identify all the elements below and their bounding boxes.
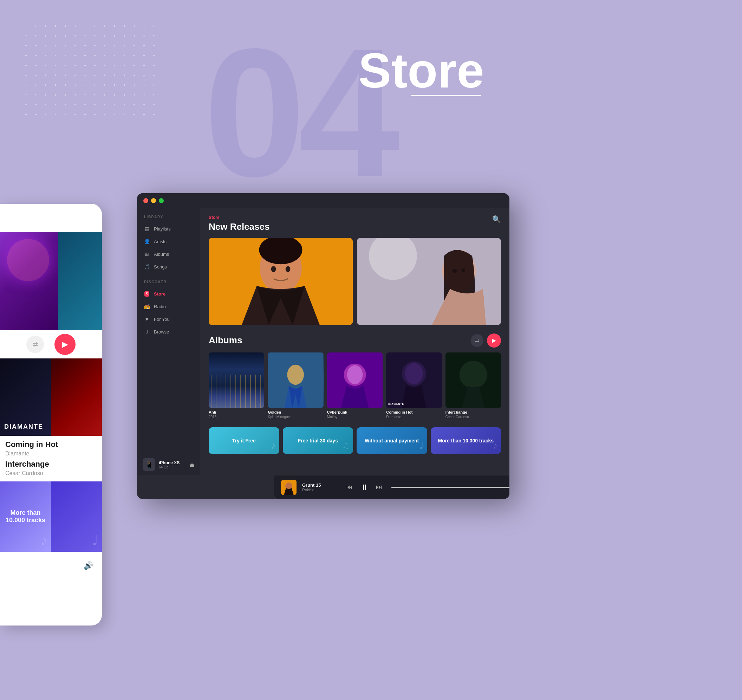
store-section-label: Store xyxy=(209,215,501,220)
main-content: Store New Releases 🔍 xyxy=(200,208,509,475)
mobile-promo-btn-2[interactable]: ♩ xyxy=(51,482,102,552)
album-art-diamante: DIAMANTE xyxy=(386,352,442,408)
promo-button-no-payment[interactable]: Without anual payment ♩ xyxy=(356,427,427,454)
mobile-small-album-1[interactable]: DIAMANTE xyxy=(0,358,51,436)
player-pause-button[interactable]: ⏸ xyxy=(358,482,370,494)
promo-label-try-free: Try it Free xyxy=(232,438,256,444)
sidebar-item-browse[interactable]: ♩ Browse xyxy=(137,326,200,338)
music-note-promo-3: ♩ xyxy=(419,440,424,451)
prev-button[interactable]: ⏮ xyxy=(346,483,353,491)
album-sub-golden: Kylie Minogue xyxy=(268,415,323,419)
radio-icon: 📻 xyxy=(144,304,150,309)
browse-icon: ♩ xyxy=(144,329,150,335)
sidebar-label-radio: Radio xyxy=(154,304,166,309)
search-button[interactable]: 🔍 xyxy=(492,215,501,224)
album-name-interchange: Interchange xyxy=(446,410,501,414)
music-note-promo-2: ♫ xyxy=(342,440,350,451)
mobile-track-title-2: Interchange xyxy=(5,460,97,469)
mobile-album-secondary[interactable] xyxy=(58,232,102,330)
player-album-art xyxy=(281,480,296,495)
album-sub-anti: 2016 xyxy=(209,415,264,419)
mobile-track-artist-1: Diamante xyxy=(5,451,97,457)
album-sub-interchange: Cesar Cardoso xyxy=(446,415,501,419)
next-button[interactable]: ⏭ xyxy=(376,483,382,491)
album-card-cyberpunk[interactable]: Cyberpunk Mutiny xyxy=(327,352,383,419)
album-card-interchange[interactable]: Interchange Cesar Cardoso xyxy=(446,352,501,419)
shuffle-button[interactable]: ⇄ xyxy=(26,336,44,353)
mobile-promo-section: More than 10.000 tracks ♪ ♩ xyxy=(0,482,102,552)
mobile-track-title-1: Coming in Hot xyxy=(5,440,97,449)
new-releases-title: New Releases xyxy=(209,221,501,232)
mobile-small-albums: DIAMANTE xyxy=(0,358,102,436)
player-controls: ⏮ ⏸ ⏭ xyxy=(346,482,382,494)
album-sub-diamante: Diamante xyxy=(386,415,442,419)
album-art-anti xyxy=(209,352,264,408)
hero-image-ariana[interactable] xyxy=(357,238,501,325)
device-name: iPhone XS xyxy=(159,460,180,465)
promo-button-try-free[interactable]: Try it Free ♪ xyxy=(209,427,279,454)
sidebar-item-radio[interactable]: 📻 Radio xyxy=(137,300,200,313)
mobile-album-art-abstract xyxy=(0,232,58,330)
new-releases-hero xyxy=(209,238,501,325)
mobile-mockup: ⇄ ▶ DIAMANTE Coming in Hot Diamante Inte… xyxy=(0,204,102,625)
svg-point-20 xyxy=(459,361,487,388)
album-card-golden[interactable]: Golden Kylie Minogue xyxy=(268,352,323,419)
sidebar-item-store[interactable]: S Store xyxy=(137,287,200,300)
albums-play-button[interactable]: ▶ xyxy=(487,333,501,348)
album-name-cyberpunk: Cyberpunk xyxy=(327,410,383,414)
promo-button-free-trial[interactable]: Free trial 30 days ♫ xyxy=(283,427,353,454)
mobile-top-bar xyxy=(0,204,102,232)
mobile-hero-albums xyxy=(0,232,102,330)
svg-point-18 xyxy=(405,363,423,384)
album-card-anti[interactable]: Anti 2016 xyxy=(209,352,264,419)
svg-point-4 xyxy=(286,266,290,272)
player-track-artist: Robbie xyxy=(302,488,337,492)
songs-icon: 🎵 xyxy=(144,264,150,270)
mobile-promo-btn-1[interactable]: More than 10.000 tracks ♪ xyxy=(0,482,51,552)
heart-icon: ♥ xyxy=(144,316,150,322)
albums-icon: ⊞ xyxy=(144,251,150,257)
play-button[interactable]: ▶ xyxy=(54,334,75,355)
minimize-button[interactable] xyxy=(151,198,156,203)
promo-label-free-trial: Free trial 30 days xyxy=(298,438,338,444)
device-icon: 📱 xyxy=(143,458,155,471)
diamante-text-overlay: DIAMANTE xyxy=(388,403,404,405)
maximize-button[interactable] xyxy=(159,198,164,203)
titlebar xyxy=(137,193,509,208)
eject-icon[interactable]: ⏏ xyxy=(189,461,194,468)
music-note-icon: ♪ xyxy=(40,532,47,548)
album-name-anti: Anti xyxy=(209,410,264,414)
album-art-interchange xyxy=(446,352,501,408)
promo-button-tracks[interactable]: More than 10.000 tracks ♪ xyxy=(431,427,501,454)
player-progress-bar[interactable] xyxy=(392,487,509,488)
mobile-playback-controls: ⇄ ▶ xyxy=(0,330,102,358)
music-note-icon-2: ♩ xyxy=(92,532,99,548)
albums-shuffle-button[interactable]: ⇄ xyxy=(471,334,483,347)
device-section: 📱 iPhone XS 64 Gb ⏏ xyxy=(137,454,200,475)
store-icon: S xyxy=(144,291,150,296)
sidebar-item-songs[interactable]: 🎵 Songs xyxy=(137,260,200,273)
playlists-icon: ▤ xyxy=(144,226,150,231)
close-button[interactable] xyxy=(143,198,148,203)
mobile-album-primary[interactable] xyxy=(0,232,58,330)
sidebar-item-playlists[interactable]: ▤ Playlists xyxy=(137,223,200,235)
desktop-mockup: LIBRARY ▤ Playlists 👤 Artists ⊞ Albums 🎵… xyxy=(137,193,509,499)
section-title: Store xyxy=(358,42,484,99)
sidebar-label-albums: Albums xyxy=(154,252,169,257)
album-card-diamante[interactable]: DIAMANTE Coming in Hot Diamante xyxy=(386,352,442,419)
promo-label-tracks: More than 10.000 tracks xyxy=(438,438,494,444)
library-section-label: LIBRARY xyxy=(137,215,200,223)
mobile-small-album-2[interactable] xyxy=(51,358,102,436)
device-storage: 64 Gb xyxy=(159,465,180,469)
sidebar-item-artists[interactable]: 👤 Artists xyxy=(137,235,200,248)
svg-point-10 xyxy=(461,268,465,272)
albums-grid: Anti 2016 Golde xyxy=(209,352,501,419)
sidebar-item-albums[interactable]: ⊞ Albums xyxy=(137,248,200,260)
sidebar-label-artists: Artists xyxy=(154,239,166,244)
album-art-golden xyxy=(268,352,323,408)
sidebar-item-for-you[interactable]: ♥ For You xyxy=(137,313,200,326)
title-divider xyxy=(411,95,481,96)
hero-image-robbie[interactable] xyxy=(209,238,353,325)
albums-title: Albums xyxy=(209,335,242,346)
artists-icon: 👤 xyxy=(144,239,150,244)
